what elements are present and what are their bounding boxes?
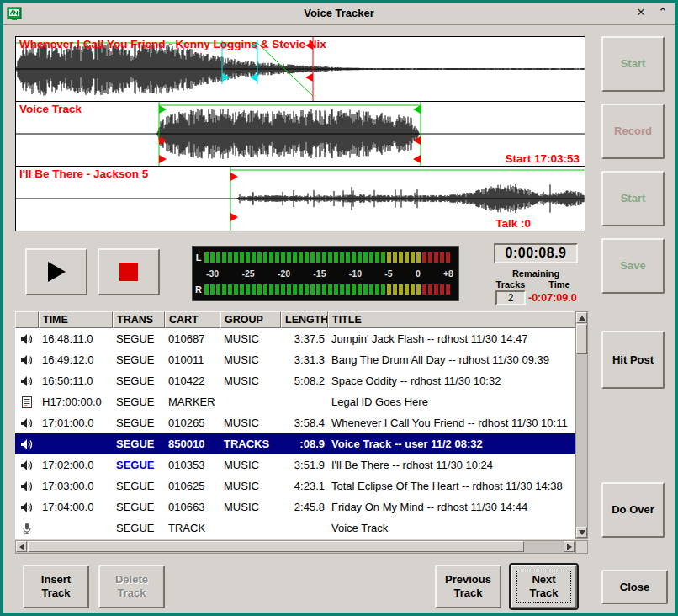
cell-group: MUSIC <box>220 412 281 433</box>
cell-trans: SEGUE <box>113 454 165 475</box>
cell-group: MUSIC <box>220 497 281 518</box>
column-header-trans[interactable]: TRANS <box>113 311 165 328</box>
meter-scale-tick: -20 <box>278 268 290 279</box>
horizontal-scroll-thumb[interactable] <box>28 541 524 552</box>
speaker-icon <box>15 370 39 391</box>
cell-trans: SEGUE <box>113 433 165 454</box>
log-row[interactable]: SEGUETRACKVoice Track <box>15 518 575 539</box>
do-over-button[interactable]: Do Over <box>601 482 665 538</box>
cell-cart: 010663 <box>165 497 220 518</box>
track-title-1: Whenever I Call You Friend - Kenny Loggi… <box>19 38 326 50</box>
remaining-time-value: -0:07:09.0 <box>528 292 587 304</box>
cell-length: 3:58.4 <box>281 412 328 433</box>
scroll-right-button[interactable] <box>564 541 575 552</box>
column-header-title[interactable]: TITLE <box>328 311 575 328</box>
hit-post-button[interactable]: Hit Post <box>601 331 665 389</box>
log-row[interactable]: 17:03:00.0SEGUE010625MUSIC4:23.1Total Ec… <box>15 475 575 497</box>
right-arrow-icon <box>567 544 572 550</box>
log-row[interactable]: 17:02:00.0SEGUE010353MUSIC3:51.9I'll Be … <box>15 454 575 475</box>
cell-title: Voice Track <box>328 518 575 539</box>
play-button[interactable] <box>25 248 87 295</box>
log-row[interactable]: 16:49:12.0SEGUE010011MUSIC3:31.3Bang The… <box>15 349 575 370</box>
record-button[interactable]: Record <box>601 104 665 159</box>
scroll-left-button[interactable] <box>16 541 27 552</box>
cell-group <box>220 391 281 412</box>
speaker-icon <box>15 349 39 370</box>
up-arrow-icon <box>579 316 585 321</box>
cell-cart: 010687 <box>165 328 220 349</box>
delete-track-button[interactable]: Delete Track <box>98 565 165 608</box>
save-button[interactable]: Save <box>601 238 665 294</box>
scroll-down-button[interactable] <box>576 527 587 538</box>
insert-track-button[interactable]: Insert Track <box>23 565 89 608</box>
stop-button[interactable] <box>98 248 160 295</box>
log-row[interactable]: 16:50:11.0SEGUE010422MUSIC5:08.2Space Od… <box>15 370 575 391</box>
cell-group: MUSIC <box>220 349 281 370</box>
next-track-button[interactable]: Next Track <box>511 565 577 608</box>
cell-group: MUSIC <box>220 454 281 475</box>
log-row[interactable]: 17:04:00.0SEGUE010663MUSIC2:45.8Friday O… <box>15 497 575 518</box>
waveform-2 <box>16 102 585 166</box>
log-row[interactable]: 17:01:00.0SEGUE010265MUSIC3:58.4Whenever… <box>15 412 575 433</box>
previous-track-button[interactable]: Previous Track <box>435 565 501 608</box>
cell-cart: 010422 <box>165 370 220 391</box>
column-header-time[interactable]: TIME <box>39 311 113 328</box>
start-button-2[interactable]: Start <box>601 171 665 226</box>
cell-trans: SEGUE <box>113 497 165 518</box>
cell-group: MUSIC <box>220 370 281 391</box>
titlebar[interactable]: Voice Tracker ✕ ⌃ <box>3 3 675 25</box>
maximize-icon[interactable]: ⌃ <box>656 6 670 19</box>
track-start-time: Start 17:03:53 <box>505 152 580 165</box>
meter-scale-tick: +8 <box>443 268 453 279</box>
scrollbar-corner <box>575 540 588 554</box>
cell-length: :08.9 <box>281 433 328 454</box>
waveform-panel-3[interactable]: I'll Be There - Jackson 5 Talk :0 <box>15 166 585 231</box>
cell-trans: SEGUE <box>113 328 165 349</box>
meter-scale-tick: -10 <box>349 268 362 279</box>
left-arrow-icon <box>19 544 24 550</box>
window-title: Voice Tracker <box>3 7 675 19</box>
cell-group <box>220 518 281 539</box>
remaining-tracks-label: Tracks <box>489 279 532 289</box>
close-icon[interactable]: ✕ <box>634 6 648 19</box>
cell-cart: 010011 <box>165 349 220 370</box>
speaker-icon <box>15 475 39 497</box>
note-icon <box>15 391 39 412</box>
cell-cart: TRACK <box>165 518 220 539</box>
column-header-group[interactable]: GROUP <box>220 311 281 328</box>
waveform-panel-1[interactable]: Whenever I Call You Friend - Kenny Loggi… <box>15 36 585 102</box>
start-button-1[interactable]: Start <box>601 36 665 92</box>
log-row[interactable]: 16:48:11.0SEGUE010687MUSIC3:37.5Jumpin' … <box>15 328 575 349</box>
column-header-icon[interactable] <box>15 311 39 328</box>
cell-length <box>281 391 328 412</box>
cell-cart: 010625 <box>165 475 220 497</box>
meter-scale-tick: -15 <box>313 268 326 279</box>
meter-scale-tick: -30 <box>206 268 219 279</box>
cell-trans: SEGUE <box>113 475 165 497</box>
voice-tracker-window: Voice Tracker ✕ ⌃ Whenever I Call You Fr… <box>0 0 678 616</box>
speaker-icon <box>15 454 39 475</box>
cell-title: Voice Track -- user 11/2 08:32 <box>328 433 575 454</box>
column-header-cart[interactable]: CART <box>165 311 220 328</box>
cell-group: TRACKS <box>220 433 281 454</box>
cell-title: Whenever I Call You Friend -- rdhost 11/… <box>328 412 575 433</box>
cell-title: Legal ID Goes Here <box>328 391 575 412</box>
cell-title: Bang The Drum All Day -- rdhost 11/30 09… <box>328 349 575 370</box>
vertical-scrollbar[interactable] <box>575 311 588 539</box>
column-header-length[interactable]: LENGTH <box>281 311 328 328</box>
waveform-panel-2[interactable]: Voice Track Start 17:03:53 <box>15 101 585 167</box>
log-table: 16:48:11.0SEGUE010687MUSIC3:37.5Jumpin' … <box>15 328 575 539</box>
audio-meter: L -30-25-20-15-10-50+8 R <box>192 246 459 301</box>
speaker-icon <box>15 412 39 433</box>
meter-scale-tick: -25 <box>241 268 254 279</box>
meter-scale-tick: -5 <box>384 268 392 279</box>
horizontal-scrollbar[interactable] <box>15 540 575 554</box>
cell-time <box>39 518 113 539</box>
vertical-scroll-thumb[interactable] <box>576 324 587 354</box>
scroll-up-button[interactable] <box>576 312 587 323</box>
log-row[interactable]: SEGUE850010TRACKS:08.9Voice Track -- use… <box>15 433 575 454</box>
close-button[interactable]: Close <box>601 570 668 604</box>
cell-time <box>39 433 113 454</box>
cell-time: 16:49:12.0 <box>39 349 113 370</box>
log-row[interactable]: H17:00:00.0SEGUEMARKERLegal ID Goes Here <box>15 391 575 412</box>
